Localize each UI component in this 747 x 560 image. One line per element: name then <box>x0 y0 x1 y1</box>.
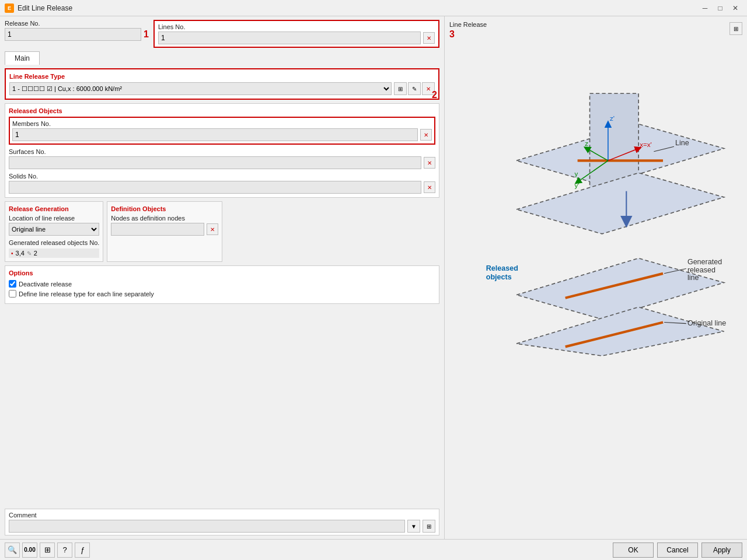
content-area: Line Release Type 1 - ☐☐☐☐ ☑ | Cu,x : 60… <box>0 65 444 539</box>
surfaces-no-row: ✕ <box>9 156 435 169</box>
release-no-badge: 1 <box>144 29 149 40</box>
main-content: Release No. 1 Lines No. ✕ Main <box>0 16 747 539</box>
release-generation-section: Release Generation Location of line rele… <box>5 201 103 262</box>
tab-main[interactable]: Main <box>5 51 40 65</box>
lines-no-box: Lines No. ✕ <box>153 20 439 48</box>
diagram-svg: z' y' z x=x' y Line Released objects <box>449 43 742 534</box>
deactivate-release-label: Deactivate release <box>19 281 72 288</box>
solids-no-clear-button[interactable]: ✕ <box>424 181 435 193</box>
nodes-input[interactable] <box>111 223 204 236</box>
left-panel: Release No. 1 Lines No. ✕ Main <box>0 16 445 539</box>
svg-text:Generated: Generated <box>687 258 722 266</box>
generated-count: 2 <box>34 250 37 257</box>
diagram-container: 2 <box>449 43 742 534</box>
right-panel-btn[interactable]: ⊞ <box>729 22 742 35</box>
maximize-button[interactable]: □ <box>713 2 727 14</box>
edit-type-button[interactable]: ✎ <box>408 82 421 95</box>
line-release-header: Line Release 3 <box>449 21 487 43</box>
released-objects-title: Released Objects <box>9 107 435 114</box>
svg-text:z': z' <box>610 115 615 122</box>
definition-objects-section: Definition Objects Nodes as definition n… <box>107 201 222 262</box>
release-no-section: Release No. 1 Lines No. ✕ <box>0 16 444 49</box>
app-icon: E <box>5 4 14 13</box>
ok-button[interactable]: OK <box>613 542 654 558</box>
comment-dropdown-button[interactable]: ▼ <box>407 520 420 533</box>
comment-label: Comment <box>9 512 435 519</box>
define-per-line-label: Define line release type for each line s… <box>19 290 154 298</box>
location-select[interactable]: Original line Custom <box>9 223 99 236</box>
comment-copy-button[interactable]: ⊞ <box>423 520 435 533</box>
lines-no-label: Lines No. <box>158 23 435 30</box>
line-release-label: Line Release <box>449 21 487 28</box>
svg-text:Original line: Original line <box>687 319 726 327</box>
line-release-type-title: Line Release Type <box>9 73 435 80</box>
pencil-icon: ✎ <box>27 250 32 257</box>
title-bar: E Edit Line Release ─ □ ✕ <box>0 0 747 16</box>
tab-bar: Main <box>0 49 444 65</box>
counter-button[interactable]: 0.00 <box>22 542 37 558</box>
nodes-label: Nodes as definition nodes <box>111 215 218 222</box>
release-no-input[interactable] <box>5 28 141 41</box>
table-button[interactable]: ⊞ <box>40 542 55 558</box>
lines-no-wrapper: Lines No. ✕ <box>153 20 439 48</box>
lines-no-clear-button[interactable]: ✕ <box>423 32 435 44</box>
released-objects-section: Released Objects Members No. ✕ Surfaces … <box>5 103 439 198</box>
location-label: Location of line release <box>9 215 99 222</box>
right-header: Line Release 3 ⊞ <box>449 21 742 43</box>
svg-marker-19 <box>516 307 724 356</box>
release-no-left: Release No. 1 <box>5 20 149 41</box>
members-no-input[interactable] <box>12 128 418 141</box>
deactivate-release-row: Deactivate release <box>9 280 435 288</box>
minimize-button[interactable]: ─ <box>698 2 712 14</box>
function-button[interactable]: ƒ <box>75 542 90 558</box>
search-icon-button[interactable]: 🔍 <box>5 542 20 558</box>
right-panel: Line Release 3 ⊞ 2 <box>445 16 747 539</box>
line-release-badge: 3 <box>449 29 487 40</box>
release-generation-title: Release Generation <box>9 205 99 212</box>
surfaces-no-wrapper: Surfaces No. ✕ <box>9 148 435 169</box>
dot-icon: • <box>11 250 13 257</box>
members-no-clear-button[interactable]: ✕ <box>420 129 432 141</box>
surfaces-no-label: Surfaces No. <box>9 148 435 155</box>
svg-text:objects: objects <box>486 273 512 281</box>
add-type-button[interactable]: ⊞ <box>394 82 407 95</box>
svg-marker-2 <box>516 173 724 234</box>
svg-text:y': y' <box>574 182 579 189</box>
surfaces-no-clear-button[interactable]: ✕ <box>424 157 435 169</box>
nodes-clear-button[interactable]: ✕ <box>207 223 218 235</box>
title-bar-text: Edit Line Release <box>18 4 694 12</box>
svg-text:released: released <box>687 266 715 274</box>
solids-no-input[interactable] <box>9 181 421 194</box>
close-button[interactable]: ✕ <box>728 2 742 14</box>
define-per-line-row: Define line release type for each line s… <box>9 290 435 298</box>
badge-2: 2 <box>432 90 437 100</box>
generated-row: • 3,4 ✎ 2 <box>9 249 99 258</box>
comment-input-row: ▼ ⊞ <box>9 520 435 533</box>
help-button[interactable]: ? <box>57 542 72 558</box>
lines-no-input[interactable] <box>158 32 421 44</box>
surfaces-no-input[interactable] <box>9 156 421 169</box>
generation-definition-row: Release Generation Location of line rele… <box>5 201 439 262</box>
definition-objects-title: Definition Objects <box>111 205 218 212</box>
solids-no-wrapper: Solids No. ✕ <box>9 173 435 194</box>
svg-text:z: z <box>585 140 588 147</box>
solids-no-row: ✕ <box>9 181 435 194</box>
line-release-type-row: 1 - ☐☐☐☐ ☑ | Cu,x : 6000.000 kN/m² ⊞ ✎ ✕ <box>9 82 435 95</box>
svg-text:Line: Line <box>675 139 689 147</box>
line-release-type-buttons: ⊞ ✎ ✕ <box>394 82 435 95</box>
options-title: Options <box>9 270 435 276</box>
bottom-toolbar: 🔍 0.00 ⊞ ? ƒ OK Cancel Apply <box>0 539 747 560</box>
members-no-row: ✕ <box>12 128 432 141</box>
cancel-button[interactable]: Cancel <box>657 542 698 558</box>
bottom-right-buttons: OK Cancel Apply <box>613 542 742 558</box>
nodes-input-row: ✕ <box>111 223 218 236</box>
svg-text:Released: Released <box>486 264 518 272</box>
define-per-line-checkbox[interactable] <box>9 290 16 298</box>
svg-text:line: line <box>687 274 699 282</box>
svg-text:y: y <box>574 170 578 177</box>
line-release-type-dropdown[interactable]: 1 - ☐☐☐☐ ☑ | Cu,x : 6000.000 kN/m² <box>9 82 392 95</box>
deactivate-release-checkbox[interactable] <box>9 280 16 288</box>
apply-button[interactable]: Apply <box>701 542 742 558</box>
comment-section: Comment ▼ ⊞ <box>5 509 439 536</box>
comment-input[interactable] <box>9 520 405 533</box>
